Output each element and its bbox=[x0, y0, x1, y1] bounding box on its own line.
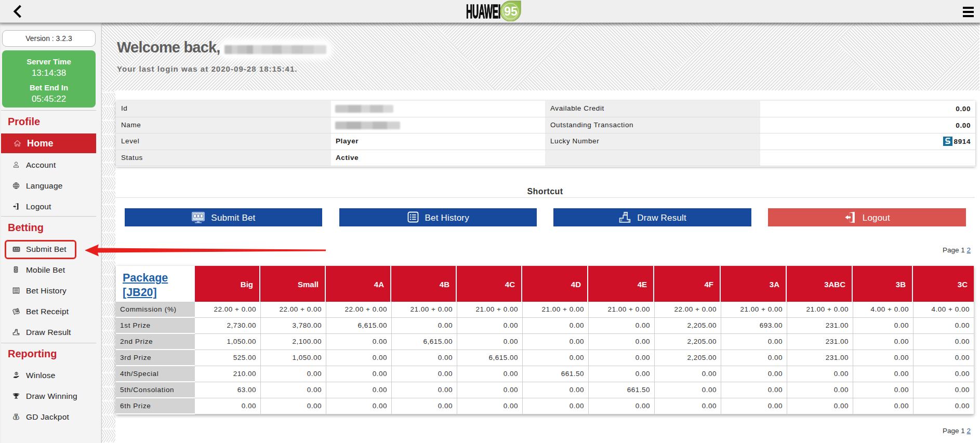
svg-text:95: 95 bbox=[504, 5, 518, 18]
svg-text:2: 2 bbox=[620, 218, 623, 222]
svg-text:$: $ bbox=[16, 372, 17, 375]
svg-text:3: 3 bbox=[628, 219, 629, 222]
svg-text:1: 1 bbox=[625, 211, 627, 215]
svg-text:$: $ bbox=[15, 415, 17, 420]
